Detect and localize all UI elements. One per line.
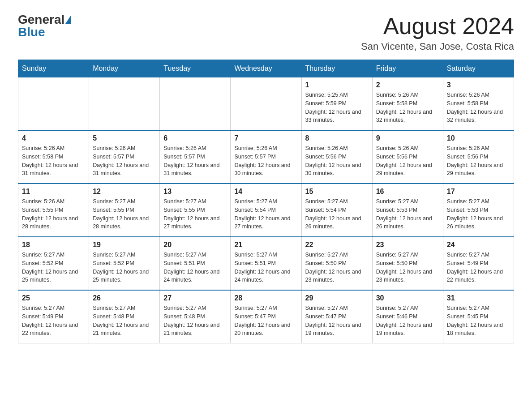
day-number: 29 xyxy=(305,294,369,302)
day-number: 24 xyxy=(447,241,510,249)
calendar-day-cell: 27Sunrise: 5:27 AM Sunset: 5:48 PM Dayli… xyxy=(160,290,231,343)
day-number: 3 xyxy=(447,81,510,89)
calendar-day-cell: 12Sunrise: 5:27 AM Sunset: 5:55 PM Dayli… xyxy=(89,184,160,237)
calendar-day-cell: 6Sunrise: 5:26 AM Sunset: 5:57 PM Daylig… xyxy=(160,130,231,184)
day-info: Sunrise: 5:26 AM Sunset: 5:56 PM Dayligh… xyxy=(447,144,510,178)
day-info: Sunrise: 5:26 AM Sunset: 5:58 PM Dayligh… xyxy=(376,91,439,124)
calendar-day-cell: 30Sunrise: 5:27 AM Sunset: 5:46 PM Dayli… xyxy=(372,290,443,343)
calendar-day-cell: 31Sunrise: 5:27 AM Sunset: 5:45 PM Dayli… xyxy=(443,290,514,343)
day-info: Sunrise: 5:27 AM Sunset: 5:48 PM Dayligh… xyxy=(93,304,156,338)
calendar-day-cell: 8Sunrise: 5:26 AM Sunset: 5:56 PM Daylig… xyxy=(301,130,372,184)
day-number: 30 xyxy=(376,294,439,302)
day-info: Sunrise: 5:27 AM Sunset: 5:50 PM Dayligh… xyxy=(376,251,439,284)
day-info: Sunrise: 5:27 AM Sunset: 5:46 PM Dayligh… xyxy=(376,304,439,338)
logo-blue-text: Blue xyxy=(18,26,45,39)
calendar-day-cell: 20Sunrise: 5:27 AM Sunset: 5:51 PM Dayli… xyxy=(160,237,231,290)
day-number: 22 xyxy=(305,241,369,249)
day-number: 5 xyxy=(93,134,156,142)
calendar-day-cell: 29Sunrise: 5:27 AM Sunset: 5:47 PM Dayli… xyxy=(301,290,372,343)
calendar-table: SundayMondayTuesdayWednesdayThursdayFrid… xyxy=(18,60,514,343)
weekday-header-wednesday: Wednesday xyxy=(231,60,301,77)
calendar-day-cell: 22Sunrise: 5:27 AM Sunset: 5:50 PM Dayli… xyxy=(301,237,372,290)
calendar-day-cell: 26Sunrise: 5:27 AM Sunset: 5:48 PM Dayli… xyxy=(89,290,160,343)
weekday-header-sunday: Sunday xyxy=(18,60,89,77)
day-number: 17 xyxy=(447,188,510,196)
location-subtitle: San Vicente, San Jose, Costa Rica xyxy=(361,41,514,52)
day-number: 15 xyxy=(305,188,369,196)
day-info: Sunrise: 5:27 AM Sunset: 5:49 PM Dayligh… xyxy=(22,304,85,338)
day-number: 12 xyxy=(93,188,156,196)
calendar-day-cell: 25Sunrise: 5:27 AM Sunset: 5:49 PM Dayli… xyxy=(18,290,89,343)
day-info: Sunrise: 5:27 AM Sunset: 5:55 PM Dayligh… xyxy=(93,197,156,231)
day-number: 20 xyxy=(163,241,227,249)
day-info: Sunrise: 5:27 AM Sunset: 5:47 PM Dayligh… xyxy=(305,304,369,338)
day-number: 4 xyxy=(22,134,85,142)
day-info: Sunrise: 5:27 AM Sunset: 5:51 PM Dayligh… xyxy=(234,251,297,284)
calendar-day-cell: 15Sunrise: 5:27 AM Sunset: 5:54 PM Dayli… xyxy=(301,184,372,237)
day-info: Sunrise: 5:27 AM Sunset: 5:51 PM Dayligh… xyxy=(163,251,227,284)
calendar-week-row: 11Sunrise: 5:26 AM Sunset: 5:55 PM Dayli… xyxy=(18,184,514,237)
calendar-day-cell: 13Sunrise: 5:27 AM Sunset: 5:55 PM Dayli… xyxy=(160,184,231,237)
day-number: 9 xyxy=(376,134,439,142)
calendar-day-cell: 5Sunrise: 5:26 AM Sunset: 5:57 PM Daylig… xyxy=(89,130,160,184)
day-number: 25 xyxy=(22,294,85,302)
title-block: August 2024 San Vicente, San Jose, Costa… xyxy=(361,13,514,52)
day-info: Sunrise: 5:26 AM Sunset: 5:57 PM Dayligh… xyxy=(163,144,227,178)
calendar-week-row: 18Sunrise: 5:27 AM Sunset: 5:52 PM Dayli… xyxy=(18,237,514,290)
day-number: 6 xyxy=(163,134,227,142)
calendar-day-cell: 19Sunrise: 5:27 AM Sunset: 5:52 PM Dayli… xyxy=(89,237,160,290)
calendar-day-cell: 14Sunrise: 5:27 AM Sunset: 5:54 PM Dayli… xyxy=(231,184,301,237)
day-info: Sunrise: 5:26 AM Sunset: 5:57 PM Dayligh… xyxy=(93,144,156,178)
day-number: 2 xyxy=(376,81,439,89)
day-number: 16 xyxy=(376,188,439,196)
day-info: Sunrise: 5:27 AM Sunset: 5:54 PM Dayligh… xyxy=(234,197,297,231)
day-info: Sunrise: 5:27 AM Sunset: 5:52 PM Dayligh… xyxy=(22,251,85,284)
day-number: 28 xyxy=(234,294,297,302)
calendar-day-cell: 7Sunrise: 5:26 AM Sunset: 5:57 PM Daylig… xyxy=(231,130,301,184)
calendar-day-cell: 9Sunrise: 5:26 AM Sunset: 5:56 PM Daylig… xyxy=(372,130,443,184)
calendar-day-cell xyxy=(160,77,231,131)
day-number: 1 xyxy=(305,81,369,89)
weekday-header-friday: Friday xyxy=(372,60,443,77)
day-info: Sunrise: 5:27 AM Sunset: 5:49 PM Dayligh… xyxy=(447,251,510,284)
calendar-day-cell: 21Sunrise: 5:27 AM Sunset: 5:51 PM Dayli… xyxy=(231,237,301,290)
weekday-header-saturday: Saturday xyxy=(443,60,514,77)
day-number: 18 xyxy=(22,241,85,249)
logo-general-text: General xyxy=(18,13,64,26)
calendar-day-cell: 17Sunrise: 5:27 AM Sunset: 5:53 PM Dayli… xyxy=(443,184,514,237)
day-info: Sunrise: 5:26 AM Sunset: 5:55 PM Dayligh… xyxy=(22,197,85,231)
calendar-week-row: 4Sunrise: 5:26 AM Sunset: 5:58 PM Daylig… xyxy=(18,130,514,184)
day-number: 31 xyxy=(447,294,510,302)
calendar-day-cell: 23Sunrise: 5:27 AM Sunset: 5:50 PM Dayli… xyxy=(372,237,443,290)
calendar-day-cell xyxy=(231,77,301,131)
day-number: 14 xyxy=(234,188,297,196)
weekday-header-thursday: Thursday xyxy=(301,60,372,77)
day-info: Sunrise: 5:26 AM Sunset: 5:56 PM Dayligh… xyxy=(376,144,439,178)
day-number: 8 xyxy=(305,134,369,142)
weekday-header-tuesday: Tuesday xyxy=(160,60,231,77)
day-number: 10 xyxy=(447,134,510,142)
day-number: 13 xyxy=(163,188,227,196)
calendar-day-cell: 28Sunrise: 5:27 AM Sunset: 5:47 PM Dayli… xyxy=(231,290,301,343)
day-number: 7 xyxy=(234,134,297,142)
day-number: 27 xyxy=(163,294,227,302)
day-info: Sunrise: 5:27 AM Sunset: 5:55 PM Dayligh… xyxy=(163,197,227,231)
day-number: 11 xyxy=(22,188,85,196)
day-info: Sunrise: 5:27 AM Sunset: 5:47 PM Dayligh… xyxy=(234,304,297,338)
day-number: 26 xyxy=(93,294,156,302)
logo: General Blue xyxy=(18,13,71,39)
calendar-header: SundayMondayTuesdayWednesdayThursdayFrid… xyxy=(18,60,514,77)
logo-triangle-icon xyxy=(65,16,71,24)
day-info: Sunrise: 5:27 AM Sunset: 5:48 PM Dayligh… xyxy=(163,304,227,338)
calendar-day-cell: 3Sunrise: 5:26 AM Sunset: 5:58 PM Daylig… xyxy=(443,77,514,131)
day-info: Sunrise: 5:25 AM Sunset: 5:59 PM Dayligh… xyxy=(305,91,369,124)
day-info: Sunrise: 5:27 AM Sunset: 5:53 PM Dayligh… xyxy=(447,197,510,231)
weekday-header-row: SundayMondayTuesdayWednesdayThursdayFrid… xyxy=(18,60,514,77)
calendar-day-cell: 24Sunrise: 5:27 AM Sunset: 5:49 PM Dayli… xyxy=(443,237,514,290)
calendar-day-cell xyxy=(89,77,160,131)
calendar-day-cell: 16Sunrise: 5:27 AM Sunset: 5:53 PM Dayli… xyxy=(372,184,443,237)
calendar-week-row: 1Sunrise: 5:25 AM Sunset: 5:59 PM Daylig… xyxy=(18,77,514,131)
calendar-day-cell: 18Sunrise: 5:27 AM Sunset: 5:52 PM Dayli… xyxy=(18,237,89,290)
calendar-day-cell: 11Sunrise: 5:26 AM Sunset: 5:55 PM Dayli… xyxy=(18,184,89,237)
day-info: Sunrise: 5:27 AM Sunset: 5:45 PM Dayligh… xyxy=(447,304,510,338)
